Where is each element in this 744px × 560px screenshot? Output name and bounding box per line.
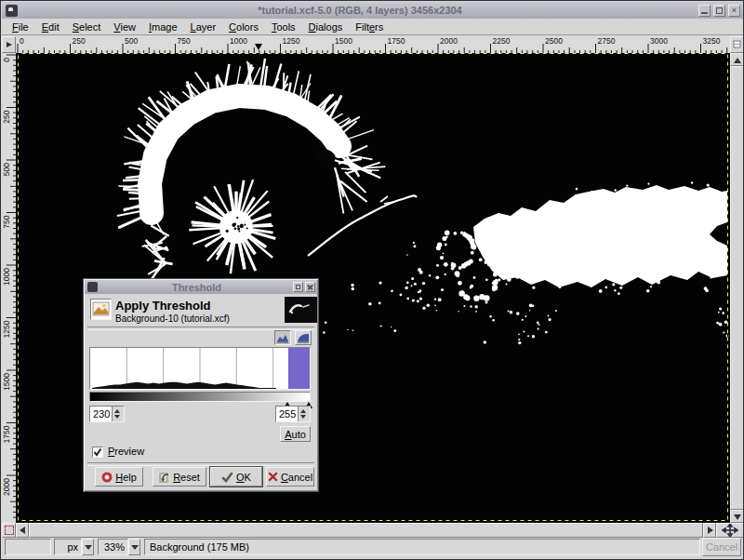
statusbar-cancel-button: Cancel xyxy=(702,538,741,556)
quickmask-icon xyxy=(5,526,14,535)
unit-field[interactable]: px xyxy=(54,539,82,555)
spinner-buttons[interactable] xyxy=(298,407,310,421)
menu-tools[interactable]: Tools xyxy=(265,20,302,33)
svg-text:1500: 1500 xyxy=(335,36,352,46)
dialog-subheading: Background-10 (tutorial.xcf) xyxy=(115,313,230,324)
window-titlebar[interactable]: *tutorial.xcf-5.0 (RGB, 4 layers) 3456x2… xyxy=(2,2,743,19)
help-button-label: Help xyxy=(115,472,137,483)
menu-view[interactable]: View xyxy=(107,20,142,33)
low-threshold-spinbox[interactable]: 230 xyxy=(89,406,125,422)
dialog-title: Threshold xyxy=(100,282,293,293)
dialog-wilber-icon xyxy=(87,282,98,292)
ok-check-icon xyxy=(221,472,233,483)
ruler-position-marker xyxy=(255,44,262,50)
dialog-titlebar[interactable]: Threshold xyxy=(85,280,317,294)
preview-checkbox[interactable] xyxy=(92,447,103,458)
svg-text:500: 500 xyxy=(2,163,11,176)
navigation-button[interactable] xyxy=(716,523,744,538)
help-icon xyxy=(101,472,113,483)
ok-button[interactable]: OK xyxy=(210,467,262,487)
statusbar: px 33% Background (175 MB) Cancel xyxy=(2,538,743,557)
svg-text:750: 750 xyxy=(2,215,11,228)
separator xyxy=(87,462,314,466)
menu-file[interactable]: File xyxy=(6,20,35,33)
menu-filters[interactable]: Filters xyxy=(349,20,390,33)
reset-button-label: Reset xyxy=(173,472,200,483)
svg-text:250: 250 xyxy=(73,36,86,46)
svg-text:2750: 2750 xyxy=(598,36,616,46)
menu-layer[interactable]: Layer xyxy=(184,20,223,33)
histogram-panel[interactable] xyxy=(89,347,311,390)
horizontal-scroll-thumb[interactable] xyxy=(29,523,703,538)
svg-text:2000: 2000 xyxy=(2,478,11,496)
svg-text:1750: 1750 xyxy=(2,425,11,443)
vertical-ruler[interactable]: 025050075010001250150017502000 xyxy=(2,53,17,523)
menu-colors[interactable]: Colors xyxy=(222,20,265,33)
scroll-right-button[interactable] xyxy=(703,523,716,538)
scroll-up-button[interactable] xyxy=(730,53,744,66)
cancel-x-icon xyxy=(268,472,278,482)
menu-select[interactable]: Select xyxy=(66,20,108,33)
grid-icon xyxy=(731,37,743,52)
reset-button[interactable]: Reset xyxy=(153,467,206,487)
low-threshold-value: 230 xyxy=(93,408,110,420)
threshold-dialog: Threshold Apply Threshold Background-10 … xyxy=(83,278,319,492)
menu-arrow-icon xyxy=(3,37,15,52)
svg-text:0: 0 xyxy=(2,58,11,62)
cancel-button[interactable]: Cancel xyxy=(266,467,314,487)
scroll-left-button[interactable] xyxy=(16,523,29,538)
help-button[interactable]: Help xyxy=(95,467,143,487)
svg-text:0: 0 xyxy=(20,36,24,46)
menu-edit[interactable]: Edit xyxy=(35,20,66,33)
gimp-wilber-icon xyxy=(6,5,18,17)
logarithmic-histogram-button[interactable] xyxy=(295,330,312,345)
high-threshold-value: 255 xyxy=(279,408,296,420)
high-threshold-spinbox[interactable]: 255 xyxy=(275,406,311,422)
status-message: Background (175 MB) xyxy=(144,539,700,555)
zoom-combo-arrow[interactable] xyxy=(128,539,140,555)
menubar: FileEditSelectViewImageLayerColorsToolsD… xyxy=(2,19,743,35)
svg-text:1500: 1500 xyxy=(2,373,11,391)
maximize-button[interactable] xyxy=(713,5,725,17)
auto-button[interactable]: Auto xyxy=(280,426,311,442)
horizontal-scrollbar[interactable] xyxy=(16,523,716,538)
minimize-button[interactable] xyxy=(698,5,711,17)
vertical-scrollbar[interactable] xyxy=(730,53,744,523)
svg-text:1250: 1250 xyxy=(2,320,11,338)
dialog-maximize-button[interactable] xyxy=(293,282,303,292)
svg-text:1250: 1250 xyxy=(283,36,300,46)
threshold-gradient-bar[interactable] xyxy=(89,392,311,402)
svg-text:3250: 3250 xyxy=(703,36,721,46)
image-thumbnail-icon xyxy=(90,299,112,320)
svg-text:250: 250 xyxy=(2,110,11,123)
dialog-close-button[interactable] xyxy=(305,282,315,292)
ok-button-label: OK xyxy=(236,472,251,483)
gimp-image-window: *tutorial.xcf-5.0 (RGB, 4 layers) 3456x2… xyxy=(0,0,744,560)
linear-histogram-button[interactable] xyxy=(274,330,291,345)
navigation-cross-icon xyxy=(717,524,743,537)
window-title: *tutorial.xcf-5.0 (RGB, 4 layers) 3456x2… xyxy=(21,5,698,16)
unit-combo-arrow[interactable] xyxy=(82,539,94,555)
close-button[interactable]: × xyxy=(728,5,740,17)
menu-dialogs[interactable]: Dialogs xyxy=(302,20,350,33)
preview-label[interactable]: Preview xyxy=(108,446,144,457)
menu-image[interactable]: Image xyxy=(142,20,184,33)
spinner-buttons[interactable] xyxy=(112,407,124,421)
horizontal-ruler[interactable]: 0250500750100012501500175020002250250027… xyxy=(16,36,730,54)
dialog-preview-thumbnail xyxy=(285,297,317,323)
quickmask-toggle[interactable] xyxy=(2,523,16,538)
image-menu-button[interactable] xyxy=(2,36,16,53)
reset-icon xyxy=(159,472,170,483)
cancel-button-label: Cancel xyxy=(281,472,312,483)
svg-text:2000: 2000 xyxy=(440,36,458,46)
zoom-field[interactable]: 33% xyxy=(98,539,128,555)
scroll-down-button[interactable] xyxy=(730,510,744,523)
svg-text:1000: 1000 xyxy=(230,36,247,46)
vertical-scroll-thumb[interactable] xyxy=(730,66,744,510)
svg-text:750: 750 xyxy=(178,36,191,46)
svg-text:2250: 2250 xyxy=(493,36,511,46)
svg-text:1750: 1750 xyxy=(388,36,405,46)
canvas-corner-button[interactable] xyxy=(730,36,744,53)
svg-text:1000: 1000 xyxy=(2,268,11,286)
svg-text:3000: 3000 xyxy=(650,36,668,46)
